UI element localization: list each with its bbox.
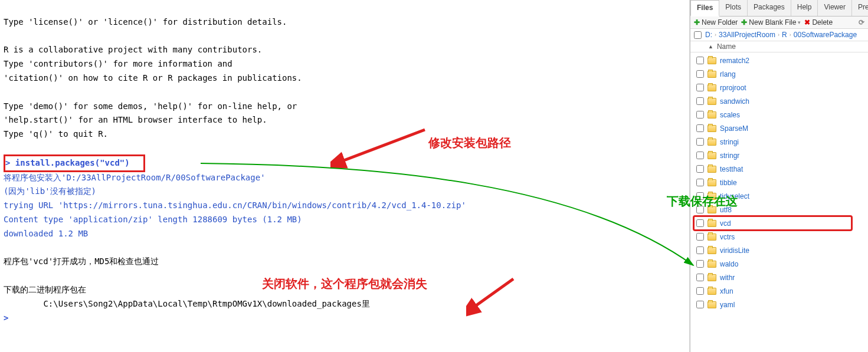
console-prompt[interactable]: > xyxy=(4,313,14,323)
list-item[interactable]: waldo xyxy=(694,257,868,271)
tab-packages[interactable]: Packages xyxy=(748,0,791,16)
install-command-highlight: > install.packages("vcd") xyxy=(4,154,145,172)
list-item[interactable]: utf8 xyxy=(694,203,868,216)
row-checkbox[interactable] xyxy=(696,138,704,146)
row-checkbox[interactable] xyxy=(696,192,704,200)
delete-button[interactable]: ✖ Delete xyxy=(804,18,833,27)
row-checkbox[interactable] xyxy=(696,179,704,186)
folder-name[interactable]: rprojroot xyxy=(720,84,746,92)
list-item[interactable]: yaml xyxy=(694,298,868,311)
list-item[interactable]: stringi xyxy=(694,135,868,149)
row-checkbox[interactable] xyxy=(696,97,704,105)
folder-name[interactable]: tibble xyxy=(720,179,737,187)
row-checkbox[interactable] xyxy=(696,260,704,268)
tab-help[interactable]: Help xyxy=(791,0,818,16)
tab-viewer[interactable]: Viewer xyxy=(818,0,851,16)
folder-icon xyxy=(707,301,716,308)
list-item[interactable]: stringr xyxy=(694,149,868,162)
breadcrumb-seg[interactable]: 33AllProjectRoom xyxy=(719,31,775,39)
annotation-arrow-icon xyxy=(330,127,437,174)
folder-name[interactable]: vctrs xyxy=(720,233,735,241)
row-checkbox[interactable] xyxy=(696,152,704,159)
list-item[interactable]: withr xyxy=(694,271,868,284)
tab-files[interactable]: Files xyxy=(690,0,719,17)
folder-name[interactable]: sandwich xyxy=(720,97,749,106)
list-item[interactable]: scales xyxy=(694,108,868,121)
r-console[interactable]: Type 'license()' or 'licence()' for dist… xyxy=(0,0,690,352)
breadcrumb-drive[interactable]: D: xyxy=(705,31,712,39)
chevron-right-icon: › xyxy=(790,32,791,38)
new-blank-label: New Blank File xyxy=(749,18,796,27)
console-line: Type 'contributors()' for more informati… xyxy=(4,59,232,68)
list-item[interactable]: rprojroot xyxy=(694,81,868,94)
file-list[interactable]: rematch2rlangrprojrootsandwichscalesSpar… xyxy=(690,52,868,346)
new-folder-button[interactable]: ✚ New Folder xyxy=(694,18,738,27)
chevron-right-icon: › xyxy=(715,32,716,38)
breadcrumb-seg[interactable]: 00SoftwarePackage xyxy=(794,31,857,39)
list-item[interactable]: rematch2 xyxy=(694,54,868,67)
folder-name[interactable]: scales xyxy=(720,111,740,119)
folder-name[interactable]: xfun xyxy=(720,287,733,295)
delete-icon: ✖ xyxy=(804,18,810,27)
tab-plots[interactable]: Plots xyxy=(719,0,748,16)
list-item[interactable]: rlang xyxy=(694,67,868,81)
console-bin-path: C:\Users\Song2\AppData\Local\Temp\RtmpOM… xyxy=(4,299,370,308)
folder-name[interactable]: stringr xyxy=(720,152,739,160)
folder-icon xyxy=(707,166,716,173)
row-checkbox[interactable] xyxy=(696,274,704,281)
folder-name[interactable]: tidyselect xyxy=(720,192,749,200)
folder-name[interactable]: SparseM xyxy=(720,124,748,133)
console-line: 'citation()' on how to cite R or R packa… xyxy=(4,73,302,83)
list-item[interactable]: SparseM xyxy=(694,121,868,135)
annotation-close-software: 关闭软件，这个程序包就会消失 xyxy=(262,274,427,294)
list-item[interactable]: viridisLite xyxy=(694,244,868,257)
folder-name[interactable]: yaml xyxy=(720,301,735,309)
row-checkbox[interactable] xyxy=(696,111,704,119)
breadcrumb-seg[interactable]: R xyxy=(782,31,787,39)
breadcrumb: D: › 33AllProjectRoom › R › 00SoftwarePa… xyxy=(690,29,868,41)
folder-name[interactable]: waldo xyxy=(720,260,738,268)
list-item[interactable]: tidyselect xyxy=(694,189,868,203)
refresh-icon: ⟳ xyxy=(859,18,864,27)
folder-icon xyxy=(707,125,716,132)
folder-name[interactable]: withr xyxy=(720,274,735,282)
tab-presentation[interactable]: Presenta xyxy=(852,0,868,16)
list-item[interactable]: vctrs xyxy=(694,230,868,244)
annotation-modify-path: 修改安装包路径 xyxy=(428,133,511,153)
folder-icon xyxy=(707,206,716,213)
list-item[interactable]: xfun xyxy=(694,284,868,298)
row-checkbox[interactable] xyxy=(696,124,704,132)
row-checkbox[interactable] xyxy=(696,84,704,91)
delete-label: Delete xyxy=(812,18,833,27)
folder-name[interactable]: stringi xyxy=(720,138,739,146)
folder-icon xyxy=(707,193,716,200)
list-item[interactable]: tibble xyxy=(694,176,868,189)
new-blank-file-button[interactable]: ✚ New Blank File ▾ xyxy=(741,18,801,27)
list-item[interactable]: testthat xyxy=(694,162,868,176)
files-pane: Files Plots Packages Help Viewer Present… xyxy=(690,0,868,352)
row-checkbox[interactable] xyxy=(696,70,704,78)
folder-icon xyxy=(707,98,716,105)
select-all-checkbox[interactable] xyxy=(694,31,702,39)
row-checkbox[interactable] xyxy=(696,57,704,64)
list-item-highlighted[interactable]: vcd xyxy=(694,216,851,230)
folder-name[interactable]: viridisLite xyxy=(720,246,749,255)
column-name[interactable]: Name xyxy=(717,42,736,51)
sort-icon[interactable]: ▲ xyxy=(708,44,713,50)
folder-name[interactable]: vcd xyxy=(720,219,731,228)
row-checkbox[interactable] xyxy=(696,206,704,213)
console-line: R is a collaborative project with many c… xyxy=(4,45,262,54)
refresh-button[interactable]: ⟳ xyxy=(859,18,864,27)
folder-name[interactable]: utf8 xyxy=(720,206,732,214)
console-line: Type 'q()' to quit R. xyxy=(4,129,108,139)
row-checkbox[interactable] xyxy=(696,165,704,173)
folder-name[interactable]: rlang xyxy=(720,70,736,78)
list-item[interactable]: sandwich xyxy=(694,94,868,108)
folder-name[interactable]: rematch2 xyxy=(720,57,749,65)
row-checkbox[interactable] xyxy=(696,287,704,295)
folder-name[interactable]: testthat xyxy=(720,165,743,173)
row-checkbox[interactable] xyxy=(696,233,704,241)
row-checkbox[interactable] xyxy=(696,301,704,308)
row-checkbox[interactable] xyxy=(696,219,704,227)
row-checkbox[interactable] xyxy=(696,246,704,254)
